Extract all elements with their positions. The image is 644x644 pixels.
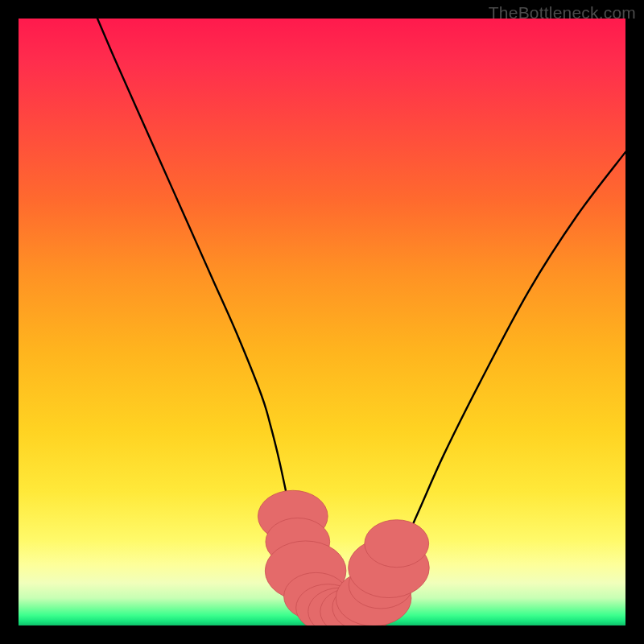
watermark-label: TheBottleneck.com [489, 3, 636, 23]
plot-area [19, 19, 625, 625]
chart-svg [19, 19, 625, 625]
data-markers [258, 490, 429, 625]
bottleneck-curve [97, 19, 625, 613]
data-marker [365, 520, 429, 568]
